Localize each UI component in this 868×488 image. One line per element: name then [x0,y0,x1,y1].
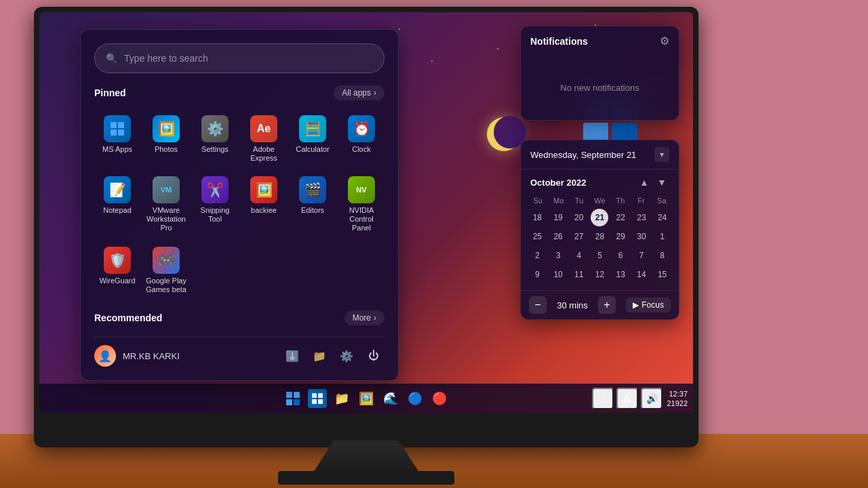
cal-day-15[interactable]: 15 [654,266,671,283]
search-icon: 🔍 [106,53,117,64]
notepad-icon: 📝 [104,176,131,203]
cal-day-4[interactable]: 4 [570,247,588,264]
taskbar-chrome2-button[interactable]: 🔴 [429,388,450,409]
pinned-item-wireguard[interactable]: 🛡️ WireGuard [94,241,140,300]
monitor-base [278,471,454,485]
cal-day-14[interactable]: 14 [633,266,650,283]
adobe-icon: Ae [250,115,277,142]
calendar-next-button[interactable]: ▼ [654,175,669,190]
pinned-item-editors[interactable]: 🎬 Editors [290,171,336,239]
cal-day-29[interactable]: 29 [612,228,629,245]
taskbar-photos-button[interactable]: 🖼️ [355,388,377,409]
user-info[interactable]: 👤 MR.KB KARKI [94,345,180,367]
notifications-settings-button[interactable]: ⚙ [660,35,669,47]
photos-label: Photos [155,145,178,154]
search-bar[interactable]: 🔍 Type here to search [94,43,384,73]
cal-day-25[interactable]: 25 [528,228,546,245]
edge-icon: 🌊 [383,391,398,406]
focus-minus-button[interactable]: − [529,296,547,314]
msapps-icon [104,115,131,142]
taskbar-store-button[interactable] [307,388,328,409]
notifications-empty-message: No new notifications [521,56,679,120]
pinned-item-adobe[interactable]: Ae Adobe Express [241,110,287,168]
pinned-item-settings[interactable]: ⚙️ Settings [192,110,238,168]
taskbar-right: ^ 🖧 🔊 12:37 21922 [592,388,688,409]
file-explorer-button[interactable]: 📁 [309,345,330,367]
taskbar: 📁 🖼️ 🌊 🔵 🔴 ^ 🖧 [39,384,693,413]
cal-day-18[interactable]: 18 [528,209,546,226]
all-apps-button[interactable]: All apps › [334,85,384,100]
taskbar-center: 📁 🖼️ 🌊 🔵 🔴 [282,388,450,409]
calendar-grid: Su Mo Tu We Th Fr Sa 18 19 20 21 22 23 2… [521,195,679,290]
cal-day-7[interactable]: 7 [633,247,650,264]
moon-decoration [487,117,521,151]
pinned-item-calculator[interactable]: 🧮 Calculator [290,110,336,168]
chevron-up-button[interactable]: ^ [592,388,614,409]
pinned-item-clock[interactable]: ⏰ Clock [338,110,384,168]
notifications-panel: Notifications ⚙ No new notifications [520,26,679,121]
gpgames-icon: 🎮 [153,247,180,274]
start-button[interactable] [282,388,304,409]
pinned-item-gpgames[interactable]: 🎮 Google Play Games beta [143,241,189,300]
settings-footer-button[interactable]: ⚙️ [336,345,357,367]
calendar-collapse-button[interactable]: ▾ [654,147,669,162]
cal-day-12[interactable]: 12 [591,266,608,283]
cal-day-26[interactable]: 26 [549,228,567,245]
clock-icon: ⏰ [348,115,375,142]
pinned-item-msapps[interactable]: MS Apps [94,110,140,168]
calendar-month-text: October 2022 [530,178,586,188]
vmware-label: VMware Workstation Pro [146,206,186,233]
cal-day-2[interactable]: 2 [528,247,546,264]
cal-day-13[interactable]: 13 [612,266,629,283]
pinned-item-backiee[interactable]: 🖼️ backiee [241,171,287,239]
cal-day-10[interactable]: 10 [549,266,567,283]
cal-day-23[interactable]: 23 [633,209,650,226]
msapps-label: MS Apps [102,145,132,154]
cal-day-11[interactable]: 11 [570,266,588,283]
cal-day-9[interactable]: 9 [528,266,546,283]
cal-day-3[interactable]: 3 [549,247,567,264]
cal-day-28[interactable]: 28 [591,228,608,245]
focus-plus-button[interactable]: + [598,296,616,314]
taskbar-clock[interactable]: 12:37 21922 [667,389,688,409]
msapps-win-logo [111,122,124,136]
cal-day-20[interactable]: 20 [570,209,588,226]
gpgames-label: Google Play Games beta [146,277,186,294]
start-win-logo [286,392,300,405]
nvidia-icon: NV [348,176,375,203]
network-icon-button[interactable]: 🖧 [616,388,638,409]
pinned-item-vmware[interactable]: VM VMware Workstation Pro [143,171,189,239]
clock-time: 12:37 [667,389,688,399]
user-avatar: 👤 [94,345,116,367]
pinned-item-photos[interactable]: 🖼️ Photos [143,110,189,168]
pinned-item-snipping[interactable]: ✂️ Snipping Tool [192,171,238,239]
notifications-header: Notifications ⚙ [521,26,679,56]
taskbar-edge-button[interactable]: 🌊 [380,388,401,409]
editors-icon: 🎬 [299,176,326,203]
nvidia-label: NVIDIA Control Panel [341,206,382,233]
cal-day-22[interactable]: 22 [612,209,629,226]
focus-button[interactable]: ▶ Focus [626,298,671,312]
cal-day-6[interactable]: 6 [612,247,629,264]
cal-day-21-today[interactable]: 21 [591,209,608,226]
volume-icon-button[interactable]: 🔊 [641,388,663,409]
pinned-item-nvidia[interactable]: NV NVIDIA Control Panel [338,171,384,239]
cal-day-30[interactable]: 30 [633,228,650,245]
cal-day-19[interactable]: 19 [549,209,567,226]
taskbar-chrome1-button[interactable]: 🔵 [404,388,426,409]
taskbar-explorer-button[interactable]: 📁 [331,388,353,409]
pinned-item-notepad[interactable]: 📝 Notepad [94,171,140,239]
clock-label: Clock [352,145,371,154]
downloads-button[interactable]: ⬇️ [281,345,303,367]
cal-day-1[interactable]: 1 [654,228,671,245]
cal-day-8[interactable]: 8 [654,247,671,264]
more-button[interactable]: More › [344,310,384,325]
wireguard-label: WireGuard [99,277,135,285]
cal-day-5[interactable]: 5 [591,247,608,264]
power-button[interactable]: ⏻ [363,345,384,367]
focus-label: Focus [642,300,664,310]
pinned-label: Pinned [94,87,126,98]
calendar-prev-button[interactable]: ▲ [637,175,652,190]
cal-day-24[interactable]: 24 [654,209,671,226]
cal-day-27[interactable]: 27 [570,228,588,245]
